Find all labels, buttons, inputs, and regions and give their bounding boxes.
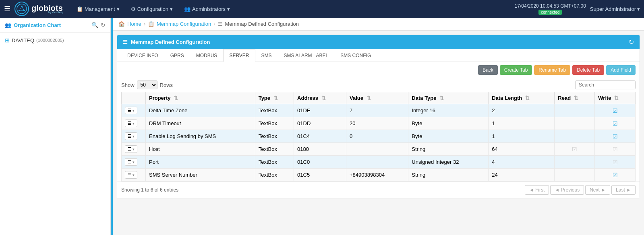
col-write[interactable]: Write ⇅	[595, 92, 636, 104]
address-cell: 01DD	[294, 117, 346, 130]
svg-point-0	[17, 4, 27, 14]
read-cell[interactable]	[555, 117, 595, 130]
hamburger-icon[interactable]: ☰	[4, 4, 10, 13]
row-menu-button[interactable]: ☰ ▾	[125, 120, 137, 127]
user-info[interactable]: Super Administrator ▾	[590, 6, 640, 12]
nav-right: 17/04/2020 10:04:53 GMT+07:00 connected …	[515, 3, 640, 15]
table-row: ☰ ▾Delta Time ZoneTextBox01DE7Integer 16…	[122, 104, 636, 117]
property-sort-icon: ⇅	[174, 95, 178, 101]
tab-sms-config[interactable]: SMS CONFIG	[334, 49, 377, 62]
datatype-cell: Integer 16	[408, 104, 489, 117]
datatype-cell: String	[408, 143, 489, 156]
row-menu-button[interactable]: ☰ ▾	[125, 132, 137, 140]
row-action-cell: ☰ ▾	[122, 104, 146, 117]
tab-gprs[interactable]: GPRS	[164, 49, 190, 62]
tab-sms-alarm-label[interactable]: SMS ALARM LABEL	[278, 49, 335, 62]
nav-management[interactable]: 📋 Management ▾	[71, 4, 125, 14]
tab-bar: DEVICE INFO GPRS MODBUS SERVER SMS SMS A…	[117, 49, 640, 62]
management-chevron: ▾	[117, 6, 120, 12]
org-chart-icon: 👥	[5, 22, 11, 28]
create-tab-button[interactable]: Create Tab	[500, 65, 532, 75]
card-refresh-icon[interactable]: ↻	[629, 38, 634, 46]
write-cell[interactable]: ☑	[595, 117, 636, 130]
main-layout: 👥 Organization Chart 🔍 ↻ ⊞ DAVITEQ (1000…	[0, 18, 644, 235]
type-cell: TextBox	[255, 143, 294, 156]
rows-select[interactable]: 50 25 100	[137, 80, 157, 89]
breadcrumb-sep1: ›	[144, 21, 145, 27]
write-checkbox-checked[interactable]: ☑	[613, 172, 618, 178]
col-read[interactable]: Read ⇅	[555, 92, 595, 104]
write-cell[interactable]: ☑	[595, 104, 636, 117]
property-cell: Enable Log Sending by SMS	[146, 130, 255, 143]
read-cell[interactable]	[555, 156, 595, 169]
refresh-icon[interactable]: ↻	[101, 22, 106, 28]
col-value[interactable]: Value ⇅	[346, 92, 408, 104]
row-menu-button[interactable]: ☰ ▾	[125, 145, 137, 153]
delete-tab-button[interactable]: Delete Tab	[572, 65, 604, 75]
back-button[interactable]: Back	[478, 65, 498, 75]
row-menu-button[interactable]: ☰ ▾	[125, 171, 137, 179]
read-cell[interactable]	[555, 130, 595, 143]
write-cell[interactable]: ☑	[595, 169, 636, 181]
prev-page-button[interactable]: ◄ Previous	[550, 185, 584, 195]
search-icon[interactable]: 🔍	[91, 22, 98, 28]
address-sort-icon: ⇅	[321, 95, 326, 101]
address-cell: 01DE	[294, 104, 346, 117]
svg-line-4	[19, 6, 22, 10]
row-menu-button[interactable]: ☰ ▾	[125, 107, 137, 114]
next-page-button[interactable]: Next ►	[585, 185, 610, 195]
tab-modbus[interactable]: MODBUS	[190, 49, 224, 62]
rename-tab-button[interactable]: Rename Tab	[534, 65, 570, 75]
connected-badge: connected	[538, 10, 562, 15]
nav-administrators[interactable]: 👥 Administrators ▾	[178, 4, 236, 14]
read-cell[interactable]	[555, 104, 595, 117]
type-sort-icon: ⇅	[273, 95, 278, 101]
col-data-type[interactable]: Data Type ⇅	[408, 92, 489, 104]
management-icon: 📋	[77, 6, 83, 12]
datalength-cell: 1	[489, 117, 555, 130]
type-cell: TextBox	[255, 104, 294, 117]
tree-item-daviteq[interactable]: ⊞ DAVITEQ (1000002005)	[5, 36, 106, 45]
search-input[interactable]	[575, 80, 636, 89]
user-chevron: ▾	[637, 6, 640, 12]
nav-configuration[interactable]: ⚙ Configuration ▾	[125, 4, 178, 14]
card-header-title: ☰ Memmap Defined Configuration	[123, 39, 210, 45]
col-property[interactable]: Property ⇅	[146, 92, 255, 104]
write-cell[interactable]: ☑	[595, 156, 636, 169]
row-action-cell: ☰ ▾	[122, 130, 146, 143]
write-checkbox-disabled: ☑	[613, 159, 618, 165]
write-sort-icon: ⇅	[614, 95, 619, 101]
col-type[interactable]: Type ⇅	[255, 92, 294, 104]
tab-device-info[interactable]: DEVICE INFO	[121, 49, 164, 62]
tree-expand-icon: ⊞	[5, 37, 10, 43]
write-checkbox-checked[interactable]: ☑	[613, 133, 618, 140]
write-checkbox-checked[interactable]: ☑	[613, 107, 618, 114]
tab-sms[interactable]: SMS	[255, 49, 278, 62]
row-action-cell: ☰ ▾	[122, 169, 146, 181]
value-sort-icon: ⇅	[367, 95, 371, 101]
tab-server[interactable]: SERVER	[223, 49, 255, 62]
row-action-cell: ☰ ▾	[122, 117, 146, 130]
read-cell[interactable]: ☑	[555, 143, 595, 156]
read-cell[interactable]	[555, 169, 595, 181]
add-field-button[interactable]: Add Field	[606, 65, 636, 75]
breadcrumb-current: Memmap Defined Configuration	[225, 21, 299, 27]
breadcrumb-sep2: ›	[213, 21, 215, 27]
last-page-button[interactable]: Last ►	[611, 185, 636, 195]
col-address[interactable]: Address ⇅	[294, 92, 346, 104]
write-cell[interactable]: ☑	[595, 130, 636, 143]
datatype-cell: Byte	[408, 130, 489, 143]
type-cell: TextBox	[255, 156, 294, 169]
write-checkbox-checked[interactable]: ☑	[613, 120, 618, 127]
breadcrumb-home[interactable]: Home	[127, 21, 141, 27]
col-data-length[interactable]: Data Length ⇅	[489, 92, 555, 104]
sidebar-header: 👥 Organization Chart 🔍 ↻	[0, 18, 110, 33]
row-menu-button[interactable]: ☰ ▾	[125, 158, 137, 166]
value-cell: 7	[346, 104, 408, 117]
write-cell[interactable]: ☑	[595, 143, 636, 156]
table-row: ☰ ▾Enable Log Sending by SMSTextBox01C40…	[122, 130, 636, 143]
breadcrumb-memmap[interactable]: Memmap Configuration	[157, 21, 211, 27]
data-table: Property ⇅ Type ⇅ Address ⇅	[121, 92, 636, 181]
sidebar-tree: ⊞ DAVITEQ (1000002005)	[0, 33, 110, 48]
first-page-button[interactable]: ◄ First	[525, 185, 549, 195]
